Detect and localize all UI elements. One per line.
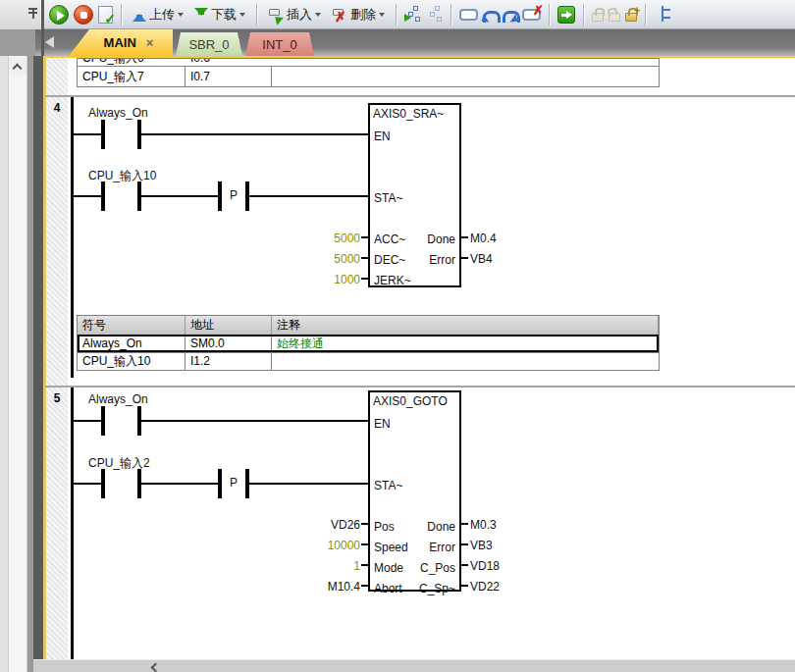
download-button[interactable]: 下载 [191,4,248,26]
instruction-block-axis0-srate[interactable]: AXIS0_SRA~ EN STA~ ACC~ DEC~ JERK~ Done … [368,103,461,287]
scroll-left-button[interactable] [145,661,163,671]
address-cell[interactable]: SM0.0 [186,336,272,352]
tab-sbr0-label: SBR_0 [188,37,229,52]
vertical-scrollbar[interactable] [8,56,27,672]
wire [141,420,368,422]
download-arrow-icon [194,7,208,23]
editor-tab-bar: MAIN × SBR_0 INT_0 [35,29,795,56]
pin-input: Mode [374,561,403,575]
tab-close-icon[interactable]: × [146,35,154,50]
operand-value[interactable]: 10000 [295,539,360,552]
table-row-partial[interactable]: CPU_输入6 I0.6 [78,59,659,66]
toolbar-separator [121,4,122,26]
branch-icon[interactable] [654,6,671,24]
delete-dropdown-caret[interactable] [379,13,385,20]
delete-button[interactable]: 删除 [329,4,388,26]
download-dropdown-caret[interactable] [239,13,245,20]
operand-value[interactable]: M10.4 [295,580,360,594]
operand-value[interactable]: 5000 [295,252,360,266]
comment-cell[interactable]: 始终接通 [272,336,659,352]
table-row[interactable]: CPU_输入7 I0.7 [78,66,659,86]
pin-input: Abort [374,582,402,595]
wire [249,195,368,197]
insert-button[interactable]: 插入 [265,4,324,26]
undo-icon[interactable] [483,9,498,21]
lock-icon [592,13,604,22]
operand-value[interactable]: 1 [295,559,360,573]
panel-divider-top [41,0,44,56]
go-to-icon[interactable] [557,6,575,24]
symbol-cell[interactable]: CPU_输入10 [78,353,186,370]
operand-value[interactable]: VD22 [470,580,500,594]
network-separator [45,95,795,97]
comment-cell[interactable] [272,353,659,370]
table-row-selected[interactable]: Always_On SM0.0 始终接通 [78,335,659,352]
stop-button[interactable] [74,5,93,25]
symbol-cell[interactable]: CPU_输入7 [78,67,186,86]
add-lock-icon[interactable] [625,13,637,22]
address-cell[interactable]: I0.7 [186,67,272,86]
tabbar-left-zone [0,29,35,56]
pou-navigate-icon[interactable] [404,6,421,23]
comment-cell[interactable] [272,67,659,86]
address-cell[interactable]: I1.2 [186,353,272,370]
pin-tick [361,585,368,587]
pin-input: ACC~ [374,233,405,246]
tab-scroll-left-button[interactable] [45,36,54,48]
pin-icon[interactable] [28,7,39,20]
operand-value[interactable]: VB3 [470,539,493,552]
toolbar-separator [450,4,451,26]
box-element-icon[interactable] [459,9,478,21]
operand-value[interactable]: 5000 [295,232,360,245]
contact-bar[interactable] [101,120,105,149]
pin-input: Speed [374,541,408,554]
header-comment: 注释 [272,316,659,335]
operand-value[interactable]: VD18 [470,559,500,573]
operand-value[interactable]: 1000 [295,273,360,286]
tab-int0[interactable]: INT_0 [245,32,314,56]
upload-dropdown-caret[interactable] [178,13,184,20]
contact-label[interactable]: Always_On [88,106,148,120]
contact-label[interactable]: CPU_输入10 [88,168,156,184]
pin-input: DEC~ [374,253,405,267]
operand-value[interactable]: M0.3 [470,518,497,532]
chevron-left-icon [151,663,161,672]
upload-button[interactable]: 上传 [130,4,186,26]
pin-output: C_Sp~ [419,582,455,595]
scroll-up-button[interactable] [9,58,26,76]
insert-dropdown-caret[interactable] [315,13,321,20]
table-row[interactable]: CPU_输入10 I1.2 [78,352,659,370]
redo-icon[interactable] [503,9,517,21]
pin-start: STA~ [374,191,402,205]
edge-contact-label[interactable]: P [222,476,245,490]
insert-label: 插入 [287,6,312,24]
pin-output: Done [427,520,455,534]
contact-bar[interactable] [101,469,105,498]
operand-value[interactable]: VB4 [470,252,493,266]
block-title: AXIS0_SRA~ [373,107,444,121]
instruction-block-axis0-goto[interactable]: AXIS0_GOTO EN STA~ Pos Speed Mode Abort … [368,390,461,592]
pin-tick [361,523,368,525]
operand-value[interactable]: M0.4 [470,232,497,245]
tab-sbr0[interactable]: SBR_0 [176,32,242,56]
contact-bar[interactable] [101,406,105,436]
upload-arrow-icon [132,7,146,23]
pin-tick [461,257,468,259]
pin-tick [361,543,368,545]
tab-main-label: MAIN [104,35,136,50]
power-rail [71,97,74,378]
compile-button[interactable] [98,6,113,24]
contact-label[interactable]: Always_On [88,392,148,406]
symbol-cell[interactable]: Always_On [78,336,186,352]
wire [73,133,101,135]
run-button[interactable] [49,5,69,25]
edge-contact-label[interactable]: P [222,188,245,202]
contact-bar[interactable] [101,181,105,211]
delete-box-icon[interactable] [522,9,541,21]
block-title: AXIS0_GOTO [373,394,448,408]
tab-main[interactable]: MAIN × [69,29,173,56]
network-number: 5 [46,391,68,405]
operand-value[interactable]: VD26 [295,518,360,532]
chevron-up-icon [13,64,23,74]
pin-output: Done [427,233,455,246]
